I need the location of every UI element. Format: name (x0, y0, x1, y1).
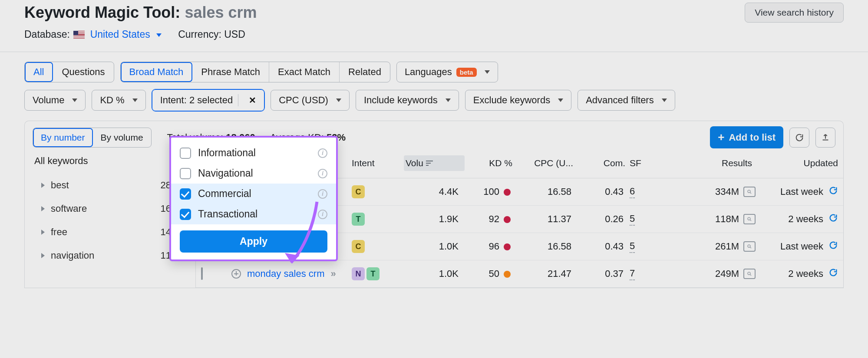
cell-intent: C (352, 240, 404, 253)
chevron-down-icon (156, 33, 162, 37)
refresh-button[interactable] (789, 128, 809, 148)
cell-sf: 5 (630, 213, 673, 226)
chevron-down-icon (72, 99, 77, 102)
keyword-link[interactable]: monday sales crm (247, 268, 325, 279)
serp-icon[interactable] (743, 241, 756, 252)
cpc-filter[interactable]: CPC (USD) (271, 90, 350, 111)
cell-cpc: 16.58 (517, 186, 578, 197)
tab-by-number[interactable]: By number (33, 128, 93, 147)
chevron-down-icon (662, 99, 667, 102)
page-title: Keyword Magic Tool: sales crm (24, 3, 257, 22)
cell-volume: 1.9K (404, 213, 465, 225)
intent-filter-popup: Informational i Navigational i Commercia… (169, 136, 338, 261)
apply-button[interactable]: Apply (180, 230, 327, 253)
tab-questions[interactable]: Questions (53, 62, 113, 82)
serp-icon[interactable] (743, 214, 756, 224)
expand-icon[interactable]: » (331, 268, 334, 279)
chevron-right-icon (41, 183, 45, 188)
checkbox[interactable] (180, 148, 191, 159)
languages-filter[interactable]: Languages beta (396, 62, 498, 82)
add-keyword-icon[interactable] (231, 269, 241, 279)
svg-point-3 (748, 272, 750, 275)
info-icon[interactable]: i (318, 210, 327, 219)
intent-filter[interactable]: Intent: 2 selected ✕ (152, 89, 265, 111)
page-header: Keyword Magic Tool: sales crm View searc… (0, 0, 868, 40)
refresh-row-icon[interactable] (828, 186, 838, 198)
tab-exact-match[interactable]: Exact Match (269, 62, 340, 82)
svg-point-2 (748, 245, 750, 247)
cell-results: 249M (673, 268, 756, 279)
table-row: monday sales crm» NT 1.0K 50 21.47 0.37 … (196, 260, 843, 288)
group-sort-tabs: By number By volume (33, 128, 152, 148)
database-country: United States (90, 29, 150, 40)
cell-com: 0.26 (578, 213, 630, 225)
cell-cpc: 16.58 (517, 241, 578, 252)
checkbox[interactable] (180, 188, 191, 200)
intent-option[interactable]: Transactional i (171, 204, 336, 224)
cell-volume: 4.4K (404, 186, 465, 197)
row-checkbox[interactable] (201, 267, 203, 280)
intent-badge: N (352, 267, 365, 280)
cell-updated: Last week (756, 186, 838, 198)
info-icon[interactable]: i (318, 148, 327, 158)
cell-com: 0.43 (578, 241, 630, 252)
refresh-row-icon[interactable] (828, 240, 838, 253)
export-button[interactable] (815, 128, 835, 148)
col-results[interactable]: Results (673, 158, 756, 168)
filter-area: All Questions Broad Match Phrase Match E… (0, 52, 868, 111)
chevron-down-icon (558, 99, 563, 102)
title-keyword: sales crm (185, 3, 257, 21)
content-body: All keywords 195 best 28software 16free … (24, 148, 844, 288)
intent-option[interactable]: Commercial i (171, 184, 336, 204)
checkbox[interactable] (180, 168, 191, 179)
col-com[interactable]: Com. (578, 158, 630, 168)
cell-sf: 5 (630, 240, 673, 253)
col-kd[interactable]: KD % (465, 158, 517, 168)
add-to-list-button[interactable]: + Add to list (710, 126, 783, 148)
view-history-button[interactable]: View search history (745, 3, 844, 23)
refresh-row-icon[interactable] (828, 268, 838, 280)
sort-desc-icon (426, 161, 433, 166)
col-cpc[interactable]: CPC (U... (517, 158, 578, 168)
info-icon[interactable]: i (318, 189, 327, 199)
tab-by-volume[interactable]: By volume (93, 128, 151, 147)
exclude-keywords-filter[interactable]: Exclude keywords (465, 90, 571, 111)
database-selector[interactable]: Database: United States (24, 29, 162, 40)
tab-broad-match[interactable]: Broad Match (121, 62, 193, 82)
languages-label: Languages (405, 66, 452, 78)
tab-related[interactable]: Related (340, 62, 390, 82)
volume-filter[interactable]: Volume (24, 90, 86, 111)
title-prefix: Keyword Magic Tool: (24, 3, 180, 21)
col-volume[interactable]: Volu (404, 155, 465, 171)
close-icon[interactable]: ✕ (245, 95, 256, 105)
cell-volume: 1.0K (404, 268, 465, 279)
tab-all[interactable]: All (25, 62, 53, 82)
chevron-right-icon (41, 206, 45, 211)
cell-intent: NT (352, 267, 404, 280)
tab-phrase-match[interactable]: Phrase Match (192, 62, 269, 82)
keyword-type-tabs: All Questions (24, 62, 114, 82)
chevron-down-icon (336, 99, 341, 102)
cell-intent: T (352, 213, 404, 226)
cell-results: 261M (673, 241, 756, 252)
kd-filter[interactable]: KD % (92, 90, 145, 111)
intent-option[interactable]: Informational i (171, 143, 336, 163)
intent-badge: C (352, 185, 365, 198)
intent-option[interactable]: Navigational i (171, 163, 336, 184)
serp-icon[interactable] (743, 187, 756, 197)
cell-kd: 92 (465, 213, 517, 225)
checkbox[interactable] (180, 209, 191, 220)
currency-label: Currency: USD (178, 29, 245, 40)
refresh-row-icon[interactable] (828, 213, 838, 225)
chevron-right-icon (41, 230, 45, 235)
info-icon[interactable]: i (318, 169, 327, 178)
cell-com: 0.37 (578, 268, 630, 279)
col-updated[interactable]: Updated (756, 158, 838, 168)
cell-cpc: 21.47 (517, 268, 578, 279)
serp-icon[interactable] (743, 269, 756, 279)
cell-kd: 50 (465, 268, 517, 279)
col-sf[interactable]: SF (630, 158, 673, 168)
col-intent[interactable]: Intent (352, 158, 404, 168)
advanced-filters[interactable]: Advanced filters (578, 90, 675, 111)
include-keywords-filter[interactable]: Include keywords (356, 90, 459, 111)
